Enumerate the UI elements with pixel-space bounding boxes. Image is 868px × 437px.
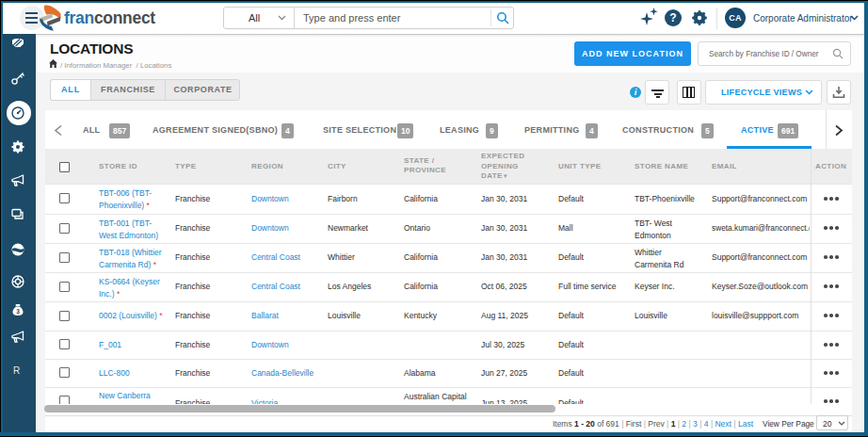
svg-text:3: 3 [16,308,20,315]
